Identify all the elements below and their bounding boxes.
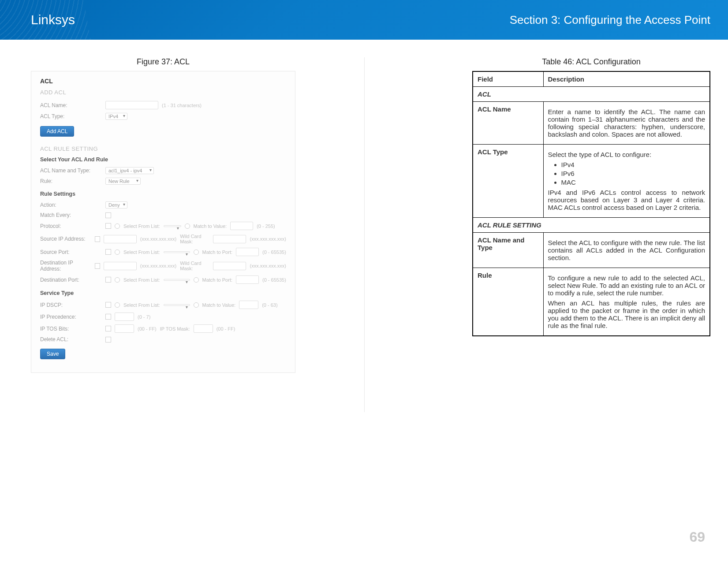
save-button[interactable]: Save (40, 349, 65, 359)
src-wcm-label: Wild Card Mask: (180, 234, 209, 244)
row-acl-name-field: ACL Name (473, 102, 543, 145)
ip-precedence-label: IP Precedence: (40, 314, 102, 320)
protocol-checkbox[interactable] (105, 223, 111, 229)
match-every-checkbox[interactable] (105, 212, 111, 218)
page-header: Linksys Section 3: Configuring the Acces… (0, 0, 728, 40)
ip-tos-bits-label: IP TOS Bits: (40, 326, 102, 332)
row-rule-desc: To configure a new rule to add to the se… (543, 268, 710, 336)
protocol-mtv: Match to Value: (194, 223, 227, 229)
right-column: Table 46: ACL Configuration Field Descri… (472, 57, 710, 373)
row-acl-type-desc: Select the type of ACL to configure: IPv… (543, 145, 710, 218)
acl-name-label: ACL Name: (40, 102, 102, 108)
src-port-sfl: Select From List: (123, 249, 160, 255)
bullet-ipv6: IPv6 (561, 170, 706, 177)
th-desc: Description (543, 71, 710, 87)
protocol-list-radio[interactable] (115, 223, 120, 229)
src-port-label: Source Port: (40, 249, 102, 255)
dst-ip-checkbox[interactable] (95, 263, 100, 269)
dst-wcm-label: Wild Card Mask: (180, 261, 209, 271)
dst-port-match-radio[interactable] (194, 277, 199, 283)
src-port-hint: (0 - 65535) (262, 249, 286, 255)
src-port-select[interactable] (164, 251, 190, 253)
section-acl: ACL (473, 87, 710, 102)
src-port-checkbox[interactable] (105, 249, 111, 255)
src-ip-label: Source IP Address: (40, 236, 91, 242)
dst-port-select[interactable] (164, 279, 190, 281)
dst-port-list-radio[interactable] (115, 277, 120, 283)
rule-select[interactable]: New Rule (105, 178, 141, 185)
dst-port-hint: (0 - 65535) (262, 277, 286, 283)
rule-settings-label: Rule Settings (40, 191, 286, 197)
tos-input[interactable] (115, 324, 134, 333)
acl-heading: ACL (40, 78, 286, 85)
dst-ip-input[interactable] (104, 262, 137, 270)
src-port-input[interactable] (236, 248, 259, 256)
protocol-select[interactable] (164, 225, 181, 227)
row-name-type-field: ACL Name and Type (473, 233, 543, 268)
ip-dscp-label: IP DSCP: (40, 302, 102, 308)
dst-port-sfl: Select From List: (123, 277, 160, 283)
dst-ip-format: (xxx.xxx.xxx.xxx) (140, 263, 177, 268)
match-every-label: Match Every: (40, 212, 102, 218)
dst-wcm-format: (xxx.xxx.xxx.xxx) (250, 263, 286, 268)
delete-acl-label: Delete ACL: (40, 336, 102, 342)
dst-port-label: Destination Port: (40, 277, 102, 283)
acl-screenshot: ACL ADD ACL ACL Name: (1 - 31 characters… (31, 71, 295, 373)
src-port-mtp: Match to Port: (202, 249, 232, 255)
bullet-mac: MAC (561, 179, 706, 186)
column-divider (364, 57, 365, 412)
tos-mask-hint: (00 - FF) (217, 326, 235, 331)
rule-label: Rule: (40, 178, 102, 184)
precedence-input[interactable] (115, 313, 134, 321)
dscp-list-radio[interactable] (115, 302, 120, 308)
dscp-select[interactable] (164, 304, 190, 306)
left-column: Figure 37: ACL ACL ADD ACL ACL Name: (1 … (31, 57, 295, 373)
src-port-match-radio[interactable] (194, 249, 199, 255)
brand-logo: Linksys (0, 12, 75, 27)
protocol-value-radio[interactable] (185, 223, 190, 229)
add-acl-button[interactable]: Add ACL (40, 126, 74, 137)
service-type-label: Service Type (40, 290, 286, 296)
acl-rule-setting-subhead: ACL RULE SETTING (40, 145, 286, 152)
action-select[interactable]: Deny (105, 201, 127, 208)
precedence-hint: (0 - 7) (138, 314, 150, 320)
delete-acl-checkbox[interactable] (105, 337, 111, 342)
protocol-hint: (0 - 255) (257, 223, 275, 229)
figure-caption: Figure 37: ACL (31, 57, 295, 67)
tos-checkbox[interactable] (105, 326, 111, 331)
table-caption: Table 46: ACL Configuration (472, 57, 710, 67)
dscp-mtv: Match to Value: (202, 302, 236, 308)
row-acl-type-field: ACL Type (473, 145, 543, 218)
action-label: Action: (40, 202, 102, 208)
th-field: Field (473, 71, 543, 87)
dscp-sfl: Select From List: (123, 302, 160, 308)
acl-name-type-select[interactable]: acl1_ipv4 - ipv4 (105, 167, 154, 174)
tos-mask-input[interactable] (194, 324, 213, 333)
tos-hint: (00 - FF) (138, 326, 157, 331)
acl-type-select[interactable]: IPv4 (105, 113, 127, 120)
dscp-input[interactable] (239, 301, 258, 309)
protocol-value-input[interactable] (230, 222, 253, 230)
add-acl-subhead: ADD ACL (40, 89, 286, 96)
dscp-value-radio[interactable] (194, 302, 199, 308)
dst-wcm-input[interactable] (213, 262, 246, 270)
acl-name-type-label: ACL Name and Type: (40, 167, 102, 174)
row-name-type-desc: Select the ACL to configure with the new… (543, 233, 710, 268)
acl-config-table: Field Description ACL ACL Name Enter a n… (472, 71, 710, 336)
src-ip-checkbox[interactable] (95, 236, 100, 242)
dst-port-input[interactable] (236, 275, 259, 284)
acl-name-hint: (1 - 31 characters) (162, 103, 202, 108)
row-acl-name-desc: Enter a name to identify the ACL. The na… (543, 102, 710, 145)
protocol-sfl: Select From List: (123, 223, 160, 229)
src-port-list-radio[interactable] (115, 249, 120, 255)
acl-name-input[interactable] (105, 101, 158, 109)
src-ip-format: (xxx.xxx.xxx.xxx) (140, 236, 177, 242)
src-wcm-input[interactable] (213, 235, 246, 243)
select-acl-rule-label: Select Your ACL And Rule (40, 156, 286, 163)
row-rule-field: Rule (473, 268, 543, 336)
src-ip-input[interactable] (104, 235, 137, 243)
dst-port-checkbox[interactable] (105, 277, 111, 283)
precedence-checkbox[interactable] (105, 314, 111, 320)
dscp-checkbox[interactable] (105, 302, 111, 308)
dscp-hint: (0 - 63) (262, 302, 277, 308)
